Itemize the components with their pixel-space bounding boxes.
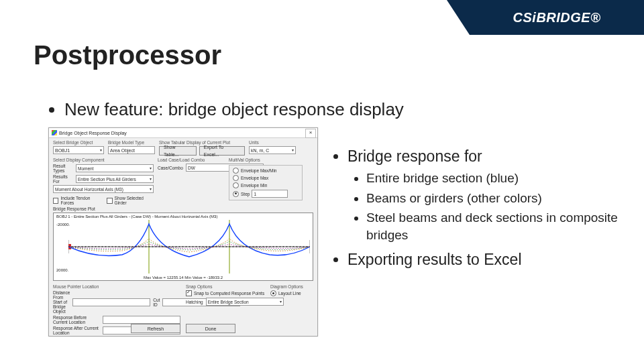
- disp-comp-section: Select Display Component: [53, 158, 154, 162]
- sub-bullet-beams-girders: Beams or girders (other colors): [366, 190, 624, 207]
- units-label: Units: [249, 140, 296, 145]
- model-type-label: Bridge Model Type: [108, 140, 155, 145]
- snap-section: Snap Options: [186, 284, 265, 289]
- hatching-label: Hatching: [186, 300, 203, 304]
- results-for-label: Results For: [53, 174, 73, 184]
- result-type-value: Moment: [78, 166, 93, 172]
- multival-optbox: Envelope Max/Min Envelope Max Envelope M…: [229, 165, 303, 200]
- select-bridge-dropdown[interactable]: BOBJ1▾: [53, 146, 104, 154]
- casecombo-value: DW: [188, 165, 195, 171]
- result-type-dropdown[interactable]: Moment▾: [76, 164, 154, 172]
- top-row: Select Bridge Object BOBJ1▾ Bridge Model…: [49, 138, 317, 156]
- plot-y-bottom: 20000.: [56, 268, 68, 272]
- page-title: Postprocessor: [34, 40, 221, 70]
- show-selected-checkbox[interactable]: Show Selected Girder: [107, 196, 154, 205]
- app-icon: [52, 130, 57, 135]
- diagram-section: Diagram Options: [270, 284, 311, 289]
- mouse-loc-section: Mouse Pointer Location: [53, 284, 180, 289]
- include-tendon-checkbox[interactable]: Include Tendon Forces: [53, 196, 101, 205]
- bullet-export-excel: Exporting results to Excel: [347, 251, 624, 269]
- snap-points-checkbox[interactable]: Snap to Computed Response Points: [186, 290, 265, 296]
- brand-bar: CSiBRIDGE®: [470, 0, 644, 35]
- plot-title: BOBJ 1 - Entire Section Plus All Girders…: [56, 215, 310, 219]
- select-bridge-value: BOBJ1: [55, 147, 70, 154]
- refresh-button[interactable]: Refresh: [131, 324, 180, 333]
- layout-line-radio[interactable]: Layout Line: [270, 290, 311, 296]
- chevron-down-icon: ▾: [150, 166, 152, 172]
- env-maxmin-radio[interactable]: Envelope Max/Min: [233, 168, 299, 174]
- chevron-down-icon: ▾: [292, 147, 294, 154]
- results-for-dropdown[interactable]: Entire Section Plus All Girders▾: [76, 175, 154, 183]
- step-number-field[interactable]: 1: [252, 190, 288, 198]
- chevron-down-icon: ▾: [100, 147, 102, 154]
- sub-bullet-steel-deck: Steel beams and deck sections in composi…: [366, 209, 624, 243]
- bullet-new-feature: New feature: bridge object response disp…: [64, 99, 404, 120]
- bridge-response-dialog: Bridge Object Response Display × Select …: [48, 127, 318, 337]
- done-button[interactable]: Done: [186, 324, 235, 333]
- load-section: Load Case/Load Combo: [158, 158, 225, 162]
- right-column: Bridge response for Entire bridge sectio…: [329, 147, 624, 276]
- chevron-down-icon: ▾: [150, 176, 152, 182]
- chevron-down-icon: ▾: [150, 186, 152, 192]
- results-for-value: Entire Section Plus All Girders: [78, 176, 136, 182]
- env-max-radio[interactable]: Envelope Max: [233, 175, 299, 181]
- hatching-value: Entire Bridge Section: [208, 299, 249, 305]
- sub-bullet-entire-section: Entire bridge section (blue): [366, 170, 624, 187]
- result-type-label: Result Types: [53, 164, 73, 173]
- axis-value: Moment About Horizontal Axis (M3): [55, 186, 123, 192]
- plot-wrap: BOBJ 1 - Entire Section Plus All Girders…: [53, 213, 313, 281]
- env-min-radio[interactable]: Envelope Min: [233, 182, 299, 188]
- dialog-title: Bridge Object Response Display: [59, 131, 127, 135]
- mid-row: Select Display Component Result Types Mo…: [49, 156, 317, 205]
- plot-section-title: Bridge Response Plot: [49, 205, 317, 211]
- multival-section: MultiVal Options: [229, 158, 303, 162]
- units-dropdown[interactable]: kN, m, C▾: [249, 146, 296, 154]
- response-plot: BOBJ 1 - Entire Section Plus All Girders…: [53, 213, 313, 281]
- model-type-field: Area Object: [108, 146, 155, 154]
- dist-field: [72, 298, 150, 306]
- model-type-value: Area Object: [110, 147, 135, 154]
- casecombo-label: Case/Combo: [158, 166, 183, 170]
- show-table-button[interactable]: Show Table...: [159, 146, 197, 156]
- root-bullet-block: New feature: bridge object response disp…: [46, 99, 404, 120]
- plot-svg: [68, 220, 310, 274]
- bullet-bridge-response: Bridge response for Entire bridge sectio…: [347, 147, 624, 244]
- dialog-titlebar: Bridge Object Response Display ×: [49, 128, 317, 138]
- select-bridge-label: Select Bridge Object: [53, 140, 104, 145]
- before-field: [103, 316, 180, 324]
- bullet-bridge-response-label: Bridge response for: [347, 147, 482, 165]
- axis-dropdown[interactable]: Moment About Horizontal Axis (M3)▾: [53, 185, 154, 193]
- brand-text: CSiBRIDGE®: [513, 10, 601, 25]
- dist-label: Distance From Start of Bridge Object: [53, 290, 70, 314]
- units-value: kN, m, C: [251, 147, 269, 154]
- step-radio[interactable]: Step 1: [233, 190, 299, 198]
- before-label: Response Before Current Location: [53, 315, 100, 324]
- cutid-label: Cut ID: [153, 298, 160, 307]
- plot-minmax: Max Value = 12255.14 Min Value = -18933.…: [54, 276, 313, 280]
- close-button[interactable]: ×: [305, 129, 316, 138]
- dialog-button-row: Refresh Done: [49, 324, 317, 333]
- export-excel-button[interactable]: Export To Excel...: [199, 146, 245, 156]
